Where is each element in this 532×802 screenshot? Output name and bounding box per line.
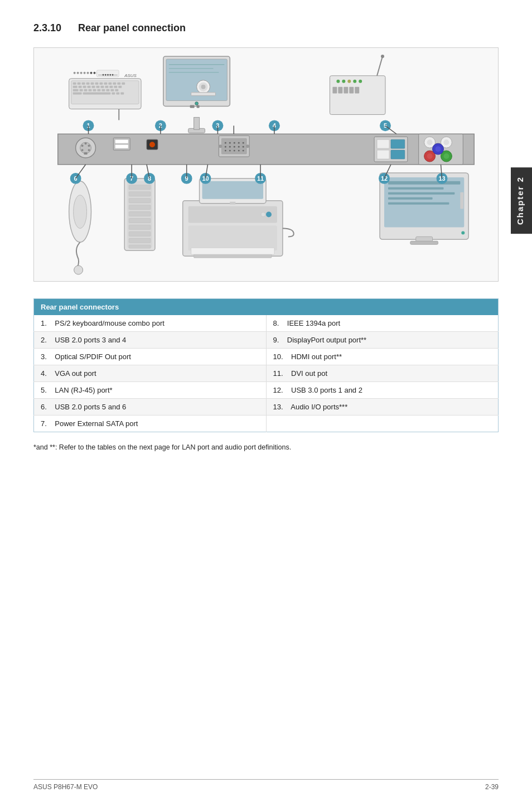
row-text-left: VGA out port	[55, 369, 96, 378]
svg-point-115	[243, 150, 244, 152]
svg-point-146	[74, 265, 83, 274]
row-text-right: IEEE 1394a port	[287, 319, 340, 327]
svg-point-108	[234, 146, 235, 148]
row-num-left: 5.	[41, 386, 47, 394]
row-text-right: USB 3.0 ports 1 and 2	[291, 386, 362, 394]
svg-rect-27	[80, 89, 83, 91]
table-cell-right: 8. IEEE 1394a port	[266, 315, 499, 332]
table-cell-left: 1. PS/2 keyboard/mouse combo port	[34, 315, 267, 332]
table-cell-right: 10. HDMI out port**	[266, 349, 499, 365]
svg-rect-150	[129, 192, 151, 196]
svg-rect-18	[88, 86, 91, 88]
svg-rect-25	[118, 86, 122, 88]
row-text-left: USB 2.0 ports 3 and 4	[55, 336, 126, 344]
svg-rect-149	[129, 185, 151, 190]
svg-point-127	[443, 139, 449, 145]
svg-text:—●●●●●—: —●●●●●—	[98, 73, 118, 76]
svg-point-109	[238, 146, 240, 148]
row-num-left: 3.	[41, 352, 47, 361]
svg-rect-168	[191, 248, 274, 254]
svg-rect-17	[83, 86, 86, 88]
svg-rect-35	[115, 89, 118, 91]
svg-rect-178	[460, 192, 463, 209]
svg-point-91	[81, 149, 84, 151]
svg-rect-11	[108, 83, 112, 85]
svg-rect-5	[82, 83, 85, 85]
svg-point-125	[427, 139, 433, 145]
svg-rect-154	[129, 219, 151, 223]
svg-rect-155	[129, 225, 151, 229]
svg-point-103	[234, 142, 235, 144]
svg-point-46	[87, 72, 89, 74]
svg-rect-38	[112, 93, 115, 95]
table-cell-left: 7. Power External SATA port	[34, 416, 267, 432]
row-text-right: HDMI out port**	[291, 352, 342, 361]
svg-point-133	[436, 146, 441, 152]
svg-rect-177	[388, 202, 449, 205]
row-text-left: USB 2.0 ports 5 and 6	[55, 403, 126, 411]
svg-rect-40	[120, 93, 124, 95]
svg-rect-16	[79, 86, 82, 88]
row-num-left: 6.	[41, 403, 47, 411]
svg-point-145	[74, 195, 87, 229]
svg-rect-78	[349, 87, 354, 94]
svg-rect-120	[377, 150, 389, 159]
svg-rect-93	[84, 152, 88, 154]
svg-point-69	[201, 85, 206, 89]
svg-rect-6	[86, 83, 90, 85]
table-cell-right: 12. USB 3.0 ports 1 and 2	[266, 382, 499, 399]
svg-point-163	[266, 212, 272, 218]
svg-point-43	[77, 72, 79, 74]
svg-rect-3	[73, 83, 76, 85]
svg-rect-176	[388, 197, 433, 200]
row-num-right: 13.	[273, 403, 283, 411]
svg-point-113	[234, 150, 235, 152]
svg-point-71	[195, 102, 199, 105]
svg-rect-153	[129, 212, 151, 216]
svg-point-89	[88, 144, 90, 147]
svg-point-117	[246, 144, 249, 148]
svg-point-45	[84, 72, 86, 74]
table-row: 2. USB 2.0 ports 3 and 4 9. DisplayPort …	[34, 332, 499, 349]
table-cell-right: 9. DisplayPort output port**	[266, 332, 499, 349]
connector-table: Rear panel connectors 1. PS/2 keyboard/m…	[33, 298, 499, 432]
svg-rect-167	[230, 202, 235, 205]
chapter-sidebar: Chapter 2	[511, 167, 532, 234]
section-number: 2.3.10	[33, 22, 61, 34]
svg-rect-166	[202, 181, 263, 199]
row-num-left: 4.	[41, 369, 47, 378]
svg-rect-13	[117, 83, 120, 85]
row-text-right: DVI out pot	[291, 369, 327, 378]
svg-text:ASUS: ASUS	[124, 73, 137, 78]
svg-point-101	[225, 142, 226, 144]
svg-rect-33	[106, 89, 109, 91]
svg-point-129	[427, 153, 433, 159]
svg-point-88	[81, 144, 84, 147]
footer-right: 2-39	[485, 783, 499, 791]
svg-rect-96	[115, 144, 128, 148]
row-num-left: 1.	[41, 319, 47, 327]
table-cell-right	[266, 416, 499, 432]
row-num-left: 7.	[41, 419, 47, 428]
svg-rect-28	[84, 89, 88, 91]
svg-point-110	[243, 146, 244, 148]
svg-rect-173	[388, 181, 460, 185]
svg-rect-161	[188, 225, 277, 250]
row-text-right: DisplayPort output port**	[287, 336, 366, 344]
row-num-right: 12.	[273, 386, 283, 394]
svg-rect-122	[391, 150, 405, 159]
svg-rect-66	[197, 105, 200, 108]
svg-point-102	[229, 142, 231, 144]
svg-rect-157	[129, 238, 151, 243]
svg-point-80	[336, 80, 340, 83]
svg-point-106	[225, 146, 226, 148]
row-num-right: 10.	[273, 352, 283, 361]
row-num-left: 2.	[41, 336, 47, 344]
table-row: 7. Power External SATA port	[34, 416, 499, 432]
svg-point-104	[238, 142, 240, 144]
svg-rect-175	[388, 192, 454, 195]
svg-rect-34	[110, 89, 114, 91]
svg-rect-95	[115, 139, 128, 143]
svg-rect-79	[355, 87, 359, 94]
svg-rect-23	[109, 86, 113, 88]
